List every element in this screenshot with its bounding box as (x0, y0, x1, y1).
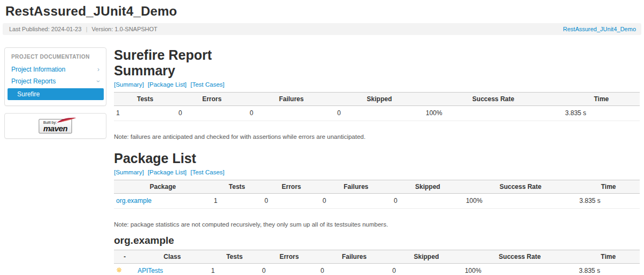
banner-separator: | (86, 26, 88, 32)
version-value: 1.0-SNAPSHOT (115, 26, 157, 32)
success-star-icon (116, 267, 122, 273)
package-table-header-row: Package Tests Errors Failures Skipped Su… (114, 180, 640, 194)
column-header-class: Class (135, 250, 209, 264)
summary-table-row: 1 0 0 0 100% 3.835 s (114, 106, 640, 121)
tests-value: 1 (209, 264, 260, 275)
skipped-value: 0 (390, 264, 463, 275)
column-header-tests: Tests (114, 93, 176, 106)
failures-value: 0 (320, 194, 392, 209)
test-cases-link[interactable]: [Test Cases] (190, 81, 224, 88)
section-nav-links: [Summary] [Package List] [Test Cases] (114, 81, 640, 88)
tests-value: 1 (212, 194, 262, 209)
summary-heading: Summary (114, 63, 640, 79)
report-main: Surefire Report Summary [Summary] [Packa… (106, 47, 644, 275)
failures-value: 0 (248, 106, 335, 121)
maven-feather-icon (56, 117, 77, 124)
time-value: 3.835 s (563, 106, 640, 121)
success-rate-value: 100% (463, 264, 577, 275)
summary-table: Tests Errors Failures Skipped Success Ra… (114, 92, 640, 121)
tests-value: 1 (114, 106, 176, 121)
column-header-status: - (114, 250, 135, 264)
time-value: 3.835 s (577, 264, 640, 275)
column-header-errors: Errors (176, 93, 248, 106)
chevron-right-icon: › (97, 67, 99, 72)
package-link[interactable]: org.example (116, 197, 152, 205)
package-list-heading: Package List (114, 151, 640, 166)
built-by-maven-logo[interactable]: Built by: maven (39, 119, 71, 133)
sidebar-item-label: Project Reports (11, 77, 56, 85)
sidebar-item-label: Project Information (11, 66, 66, 73)
column-header-skipped: Skipped (392, 180, 464, 194)
column-header-errors: Errors (262, 180, 320, 194)
publish-info: Last Published: 2024-01-23 | Version: 1.… (9, 26, 158, 32)
sidebar: PROJECT DOCUMENTATION Project Informatio… (4, 47, 106, 275)
column-header-skipped: Skipped (390, 250, 463, 264)
sidebar-logo-card: Built by: maven (4, 113, 106, 139)
success-rate-value: 100% (424, 106, 563, 121)
column-header-time: Time (577, 250, 640, 264)
class-table: - Class Tests Errors Failures Skipped Su… (114, 250, 640, 275)
class-table-header-row: - Class Tests Errors Failures Skipped Su… (114, 250, 640, 264)
package-table-row: org.example 1 0 0 0 100% 3.835 s (114, 194, 640, 209)
column-header-tests: Tests (212, 180, 262, 194)
column-header-success-rate: Success Rate (463, 250, 577, 264)
sidebar-item-project-information[interactable]: Project Information › (5, 64, 106, 75)
sidebar-item-surefire[interactable]: Surefire (8, 88, 104, 100)
column-header-package: Package (114, 180, 212, 194)
sidebar-section-title: PROJECT DOCUMENTATION (5, 53, 106, 64)
column-header-failures: Failures (248, 93, 335, 106)
column-header-success-rate: Success Rate (424, 93, 563, 106)
page-title: RestAssured_JUnit4_Demo (0, 0, 644, 22)
report-title: Surefire Report (114, 47, 640, 63)
banner-project-link-wrap: RestAssured_JUnit4_Demo (563, 26, 636, 32)
content-layout: PROJECT DOCUMENTATION Project Informatio… (0, 47, 644, 275)
test-cases-link[interactable]: [Test Cases] (190, 169, 224, 175)
sidebar-item-project-reports[interactable]: Project Reports › (5, 75, 106, 87)
column-header-success-rate: Success Rate (464, 180, 577, 194)
errors-value: 0 (176, 106, 248, 121)
column-header-errors: Errors (260, 250, 319, 264)
summary-link[interactable]: [Summary] (114, 169, 144, 175)
package-name-cell: org.example (114, 194, 212, 209)
class-link[interactable]: APITests (138, 267, 163, 274)
publish-banner: Last Published: 2024-01-23 | Version: 1.… (3, 23, 641, 35)
column-header-failures: Failures (318, 250, 390, 264)
skipped-value: 0 (335, 106, 424, 121)
maven-wordmark: maven (43, 125, 67, 132)
version-label: Version: (92, 26, 113, 32)
package-section-heading: org.example (114, 235, 640, 246)
errors-value: 0 (260, 264, 319, 275)
success-rate-value: 100% (464, 194, 577, 209)
column-header-tests: Tests (209, 250, 260, 264)
summary-link[interactable]: [Summary] (114, 81, 144, 88)
column-header-failures: Failures (320, 180, 392, 194)
class-name-cell: APITests (135, 264, 209, 275)
chevron-down-icon: › (96, 80, 101, 82)
package-list-link[interactable]: [Package List] (148, 81, 187, 88)
package-list-link[interactable]: [Package List] (148, 169, 187, 175)
sidebar-nav-card: PROJECT DOCUMENTATION Project Informatio… (4, 47, 106, 106)
last-published-label: Last Published: (9, 26, 49, 32)
summary-table-header-row: Tests Errors Failures Skipped Success Ra… (114, 93, 640, 106)
status-cell (114, 264, 135, 275)
column-header-time: Time (577, 180, 640, 194)
skipped-value: 0 (392, 194, 464, 209)
package-list-note: Note: package statistics are not compute… (114, 221, 640, 228)
class-table-row: APITests 1 0 0 0 100% 3.835 s (114, 264, 640, 275)
errors-value: 0 (262, 194, 320, 209)
section-nav-links: [Summary] [Package List] [Test Cases] (114, 169, 640, 175)
failures-value: 0 (318, 264, 390, 275)
summary-note: Note: failures are anticipated and check… (114, 133, 640, 140)
time-value: 3.835 s (577, 194, 640, 209)
package-list-table: Package Tests Errors Failures Skipped Su… (114, 180, 640, 209)
project-home-link[interactable]: RestAssured_JUnit4_Demo (563, 26, 636, 32)
last-published-date: 2024-01-23 (51, 26, 81, 32)
column-header-time: Time (563, 93, 640, 106)
column-header-skipped: Skipped (335, 93, 424, 106)
